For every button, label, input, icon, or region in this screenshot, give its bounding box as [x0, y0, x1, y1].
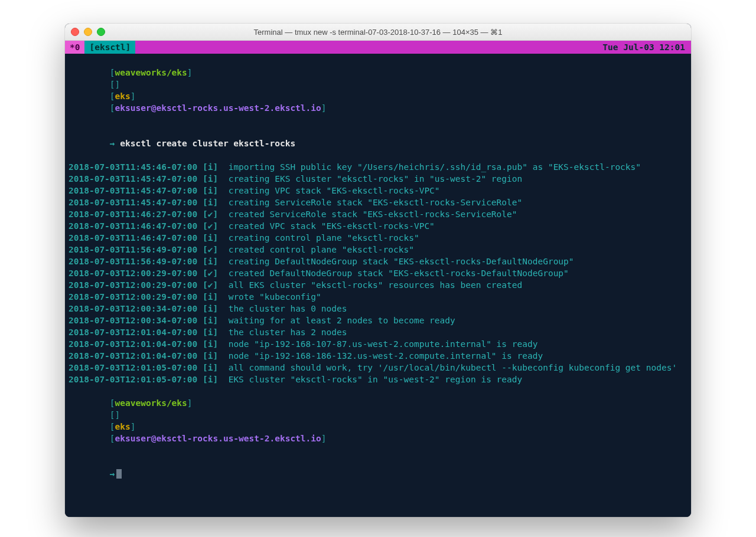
entered-command: eksctl create cluster eksctl-rocks — [120, 139, 295, 148]
tmux-clock: Tue Jul-03 12:01 — [597, 41, 691, 54]
log-timestamp: 2018-07-03T12:01:04-07:00 — [69, 351, 197, 361]
log-line: 2018-07-03T11:45:47-07:00 [i] creating S… — [69, 197, 687, 208]
log-message: creating control plane "eksctl-rocks" — [229, 233, 419, 243]
window-title: Terminal — tmux new -s terminal-07-03-20… — [65, 28, 691, 37]
log-level: [i] — [203, 351, 218, 361]
log-level: [i] — [203, 233, 218, 243]
tmux-window-name: [eksctl] — [84, 41, 135, 54]
log-message: created ServiceRole stack "EKS-eksctl-ro… — [229, 209, 517, 219]
log-level: [i] — [203, 292, 218, 302]
log-level: [i] — [203, 198, 218, 207]
log-level: [i] — [203, 257, 218, 266]
log-message: creating DefaultNodeGroup stack "EKS-eks… — [229, 257, 574, 266]
log-level: [i] — [203, 363, 218, 372]
window-titlebar[interactable]: Terminal — tmux new -s terminal-07-03-20… — [65, 24, 691, 41]
log-line: 2018-07-03T11:46:47-07:00 [✔] created VP… — [69, 220, 687, 232]
log-line: 2018-07-03T11:45:47-07:00 [i] creating E… — [69, 173, 687, 185]
cursor-icon — [116, 469, 122, 479]
log-timestamp: 2018-07-03T12:01:04-07:00 — [69, 339, 197, 349]
log-line: 2018-07-03T11:45:46-07:00 [i] importing … — [69, 161, 687, 173]
shell-prompt-line: [weaveworks/eks] [] [eks] [eksuser@eksct… — [69, 385, 687, 456]
log-line: 2018-07-03T12:01:04-07:00 [i] node "ip-1… — [69, 338, 687, 350]
log-level: [i] — [203, 328, 218, 337]
window-controls — [71, 28, 105, 36]
log-line: 2018-07-03T12:00:34-07:00 [i] the cluste… — [69, 303, 687, 315]
minimize-icon[interactable] — [84, 28, 92, 36]
log-timestamp: 2018-07-03T12:01:05-07:00 — [69, 375, 197, 384]
log-message: waiting for at least 2 nodes to become r… — [229, 316, 455, 325]
log-message: created VPC stack "EKS-eksctl-rocks-VPC" — [229, 221, 435, 231]
log-timestamp: 2018-07-03T11:46:47-07:00 — [69, 233, 197, 243]
log-message: creating EKS cluster "eksctl-rocks" in "… — [229, 174, 523, 184]
log-level: [i] — [203, 162, 218, 172]
log-level: [i] — [203, 375, 218, 384]
log-timestamp: 2018-07-03T11:46:47-07:00 — [69, 221, 197, 231]
log-message: all EKS cluster "eksctl-rocks" resources… — [229, 280, 523, 290]
log-timestamp: 2018-07-03T11:56:49-07:00 — [69, 257, 197, 266]
log-message: EKS cluster "eksctl-rocks" in "us-west-2… — [229, 375, 523, 384]
log-level: [i] — [203, 186, 218, 195]
log-timestamp: 2018-07-03T12:00:34-07:00 — [69, 316, 197, 325]
log-level: [✔] — [203, 245, 218, 254]
log-level: [i] — [203, 339, 218, 349]
log-timestamp: 2018-07-03T11:45:47-07:00 — [69, 198, 197, 207]
log-line: 2018-07-03T11:56:49-07:00 [✔] created co… — [69, 244, 687, 256]
terminal-viewport[interactable]: [weaveworks/eks] [] [eks] [eksuser@eksct… — [65, 54, 691, 517]
zoom-icon[interactable] — [97, 28, 105, 36]
log-line: 2018-07-03T12:00:29-07:00 [i] wrote "kub… — [69, 291, 687, 303]
log-line: 2018-07-03T12:01:05-07:00 [i] EKS cluste… — [69, 374, 687, 385]
log-message: node "ip-192-168-107-87.us-west-2.comput… — [229, 339, 538, 349]
log-line: 2018-07-03T11:46:27-07:00 [✔] created Se… — [69, 208, 687, 220]
shell-command-line: → eksctl create cluster eksctl-rocks — [69, 126, 687, 161]
tmux-window-index: *0 — [65, 41, 84, 54]
close-icon[interactable] — [71, 28, 79, 36]
log-output: 2018-07-03T11:45:46-07:00 [i] importing … — [69, 161, 687, 385]
log-message: wrote "kubeconfig" — [229, 292, 321, 302]
log-timestamp: 2018-07-03T11:46:27-07:00 — [69, 209, 197, 219]
log-timestamp: 2018-07-03T11:45:47-07:00 — [69, 186, 197, 195]
log-timestamp: 2018-07-03T12:00:29-07:00 — [69, 268, 197, 278]
log-level: [i] — [203, 174, 218, 184]
log-line: 2018-07-03T12:00:34-07:00 [i] waiting fo… — [69, 315, 687, 326]
log-message: created control plane "eksctl-rocks" — [229, 245, 414, 254]
log-message: the cluster has 0 nodes — [229, 304, 347, 313]
log-message: created DefaultNodeGroup stack "EKS-eksc… — [229, 268, 569, 278]
log-message: the cluster has 2 nodes — [229, 328, 347, 337]
log-level: [i] — [203, 304, 218, 313]
log-timestamp: 2018-07-03T12:00:29-07:00 — [69, 280, 197, 290]
log-message: all command should work, try '/usr/local… — [229, 363, 677, 372]
log-line: 2018-07-03T11:46:47-07:00 [i] creating c… — [69, 232, 687, 244]
log-level: [✔] — [203, 280, 218, 290]
log-level: [✔] — [203, 268, 218, 278]
log-message: node "ip-192-168-186-132.us-west-2.compu… — [229, 351, 543, 361]
terminal-window: Terminal — tmux new -s terminal-07-03-20… — [65, 24, 691, 517]
log-line: 2018-07-03T12:01:05-07:00 [i] all comman… — [69, 362, 687, 374]
log-level: [✔] — [203, 209, 218, 219]
log-level: [✔] — [203, 221, 218, 231]
tmux-status-bar: *0 [eksctl] Tue Jul-03 12:01 — [65, 41, 691, 54]
log-timestamp: 2018-07-03T11:56:49-07:00 — [69, 245, 197, 254]
log-message: importing SSH public key "/Users/heichri… — [229, 162, 641, 172]
log-timestamp: 2018-07-03T12:01:04-07:00 — [69, 328, 197, 337]
log-message: creating ServiceRole stack "EKS-eksctl-r… — [229, 198, 523, 207]
shell-prompt-line: [weaveworks/eks] [] [eks] [eksuser@eksct… — [69, 55, 687, 126]
log-timestamp: 2018-07-03T12:00:34-07:00 — [69, 304, 197, 313]
log-line: 2018-07-03T12:01:04-07:00 [i] node "ip-1… — [69, 350, 687, 362]
log-line: 2018-07-03T12:00:29-07:00 [✔] all EKS cl… — [69, 279, 687, 291]
log-line: 2018-07-03T11:56:49-07:00 [i] creating D… — [69, 256, 687, 267]
log-line: 2018-07-03T12:01:04-07:00 [i] the cluste… — [69, 326, 687, 338]
log-timestamp: 2018-07-03T11:45:47-07:00 — [69, 174, 197, 184]
log-timestamp: 2018-07-03T12:00:29-07:00 — [69, 292, 197, 302]
shell-prompt-idle[interactable]: → — [69, 456, 687, 492]
log-timestamp: 2018-07-03T11:45:46-07:00 — [69, 162, 197, 172]
log-level: [i] — [203, 316, 218, 325]
log-line: 2018-07-03T11:45:47-07:00 [i] creating V… — [69, 185, 687, 197]
log-message: creating VPC stack "EKS-eksctl-rocks-VPC… — [229, 186, 440, 195]
log-line: 2018-07-03T12:00:29-07:00 [✔] created De… — [69, 267, 687, 279]
log-timestamp: 2018-07-03T12:01:05-07:00 — [69, 363, 197, 372]
